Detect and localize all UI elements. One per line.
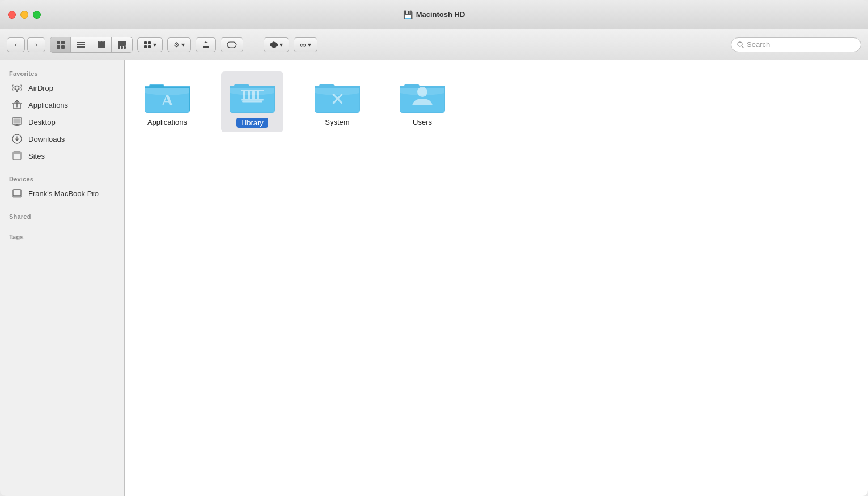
sidebar-item-airdrop[interactable]: AirDrop xyxy=(2,79,122,96)
svg-rect-2 xyxy=(57,45,60,49)
settings-dropdown-icon: ▾ xyxy=(181,41,185,49)
system-folder-label: System xyxy=(325,118,349,126)
svg-rect-4 xyxy=(77,42,85,43)
column-view-icon xyxy=(97,40,106,49)
library-folder-icon xyxy=(230,76,275,115)
action2-button[interactable]: ∞ ▾ xyxy=(294,37,317,52)
folder-item-library[interactable]: Library xyxy=(221,71,283,132)
devices-header: Devices xyxy=(0,171,124,185)
arrange-button[interactable]: ▾ xyxy=(137,37,163,52)
shared-header: Shared xyxy=(0,209,124,222)
applications-folder-icon: A xyxy=(145,76,190,115)
close-button[interactable] xyxy=(8,11,16,19)
tag-button[interactable] xyxy=(221,37,243,52)
downloads-icon xyxy=(11,133,23,145)
sidebar-device-label: Frank's MacBook Pro xyxy=(28,189,99,198)
folder-item-system[interactable]: ✕ System xyxy=(306,71,369,131)
svg-rect-22 xyxy=(14,119,21,124)
gallery-view-button[interactable] xyxy=(112,37,132,52)
svg-line-19 xyxy=(742,46,744,48)
applications-icon xyxy=(11,99,23,111)
gear-icon: ⚙ xyxy=(173,41,180,49)
sidebar-item-desktop[interactable]: Desktop xyxy=(2,113,122,130)
forward-button[interactable]: › xyxy=(27,37,45,52)
tags-header: Tags xyxy=(0,229,124,243)
maximize-button[interactable] xyxy=(33,11,41,19)
svg-point-20 xyxy=(15,86,19,90)
column-view-button[interactable] xyxy=(91,37,112,52)
sidebar-spacer-2 xyxy=(0,202,124,209)
minimize-button[interactable] xyxy=(20,11,28,19)
main-content: Favorites AirDrop xyxy=(0,60,868,496)
svg-rect-8 xyxy=(100,41,103,48)
nav-buttons: ‹ › xyxy=(7,37,45,52)
airdrop-icon xyxy=(11,82,23,94)
action1-dropdown-icon: ▾ xyxy=(280,41,283,49)
sidebar-item-label: Downloads xyxy=(28,135,65,143)
sidebar-item-downloads[interactable]: Downloads xyxy=(2,130,122,147)
folder-item-applications[interactable]: A Applications xyxy=(136,71,198,131)
svg-rect-11 xyxy=(118,46,120,49)
system-folder-icon: ✕ xyxy=(315,76,360,115)
svg-rect-14 xyxy=(144,41,147,44)
svg-rect-6 xyxy=(77,46,85,48)
window-title: Macintosh HD xyxy=(416,10,465,19)
svg-rect-26 xyxy=(13,190,21,196)
search-bar[interactable]: Search xyxy=(731,37,861,52)
sidebar-item-sites[interactable]: Sites xyxy=(2,147,122,164)
sites-icon xyxy=(11,150,23,162)
settings-button[interactable]: ⚙ ▾ xyxy=(167,37,191,52)
search-icon xyxy=(737,41,744,48)
sidebar-item-macbook[interactable]: Frank's MacBook Pro xyxy=(2,185,122,202)
desktop-icon xyxy=(11,116,23,128)
svg-rect-33 xyxy=(241,99,264,101)
back-button[interactable]: ‹ xyxy=(7,37,25,52)
action1-button[interactable]: ▾ xyxy=(264,37,289,52)
list-view-icon xyxy=(77,40,86,49)
action2-dropdown-icon: ▾ xyxy=(308,41,311,49)
tag-icon xyxy=(227,41,237,49)
window-title-area: 💾 Macintosh HD xyxy=(403,10,465,19)
gallery-view-icon xyxy=(117,40,126,49)
forward-icon: › xyxy=(35,40,37,49)
sidebar-spacer-1 xyxy=(0,164,124,171)
svg-rect-12 xyxy=(121,46,123,49)
laptop-icon xyxy=(11,188,23,199)
view-controls xyxy=(50,37,133,53)
search-placeholder: Search xyxy=(747,40,770,49)
infinity-icon: ∞ xyxy=(300,40,306,49)
svg-rect-5 xyxy=(77,44,85,45)
users-folder-icon xyxy=(400,76,445,115)
dropbox-icon xyxy=(270,41,278,49)
list-view-button[interactable] xyxy=(71,37,91,52)
svg-rect-1 xyxy=(61,41,65,44)
share-icon xyxy=(202,41,210,49)
svg-rect-25 xyxy=(13,152,21,154)
toolbar: ‹ › xyxy=(0,29,868,60)
title-bar: 💾 Macintosh HD xyxy=(0,0,868,29)
svg-rect-17 xyxy=(148,45,151,48)
svg-point-18 xyxy=(738,42,742,46)
icon-view-button[interactable] xyxy=(50,37,71,52)
svg-rect-34 xyxy=(242,101,262,103)
svg-rect-9 xyxy=(103,41,105,48)
applications-folder-label: Applications xyxy=(147,118,187,126)
svg-rect-13 xyxy=(124,46,126,49)
svg-rect-3 xyxy=(61,45,65,49)
svg-rect-7 xyxy=(98,41,100,48)
sidebar-item-applications[interactable]: Applications xyxy=(2,96,122,113)
arrange-icon xyxy=(143,41,151,49)
sidebar-item-label: Applications xyxy=(28,101,68,109)
back-icon: ‹ xyxy=(15,40,17,49)
arrange-dropdown-icon: ▾ xyxy=(153,41,156,49)
sidebar-item-label: Sites xyxy=(28,152,45,160)
icon-view-icon xyxy=(56,40,65,49)
share-button[interactable] xyxy=(196,37,216,52)
sidebar: Favorites AirDrop xyxy=(0,60,125,496)
sidebar-spacer-3 xyxy=(0,222,124,229)
folder-item-users[interactable]: Users xyxy=(391,71,454,131)
hd-icon: 💾 xyxy=(403,10,413,19)
sidebar-item-label: Desktop xyxy=(28,118,56,126)
favorites-header: Favorites xyxy=(0,66,124,79)
svg-rect-16 xyxy=(144,45,147,48)
